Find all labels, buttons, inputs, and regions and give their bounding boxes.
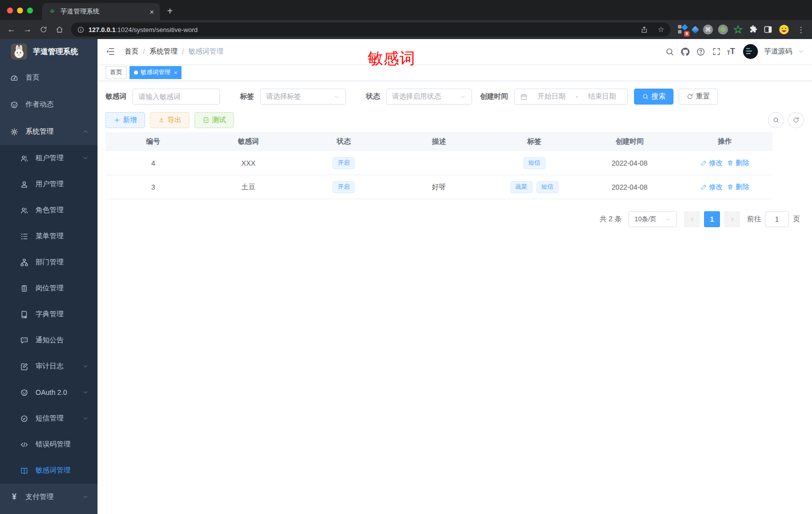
breadcrumb-home[interactable]: 首页 — [124, 47, 138, 56]
home-button[interactable] — [52, 22, 67, 37]
profile-avatar-emoji[interactable] — [778, 24, 790, 36]
share-icon — [640, 26, 648, 34]
back-button[interactable]: ← — [4, 22, 19, 37]
recorder-extension-icon[interactable] — [718, 25, 728, 35]
next-page-button[interactable] — [724, 211, 740, 227]
tag-select[interactable]: 请选择标签 — [260, 89, 346, 105]
tag-view-home[interactable]: 首页 — [106, 66, 126, 79]
sidebar-item-dept[interactable]: 部门管理 — [0, 249, 98, 275]
sidebar-item-user[interactable]: 用户管理 — [0, 171, 98, 197]
grid-extension-icon[interactable]: 9 — [678, 25, 688, 35]
sidebar-item-tenant[interactable]: 租户管理 — [0, 145, 98, 171]
tag-badge: 短信 — [524, 157, 546, 169]
app-title: 芋道管理系统 — [33, 47, 78, 57]
sidebar-item-author-news[interactable]: 作者动态 — [0, 91, 98, 118]
sidebar-item-home[interactable]: 首页 — [0, 64, 98, 91]
url-bar[interactable]: 127.0.0.1:1024/system/sensitive-word ☆ — [71, 23, 670, 37]
username-label[interactable]: 芋道源码 — [764, 47, 792, 56]
pencil-icon — [700, 184, 707, 190]
tag-close-icon[interactable]: × — [174, 70, 177, 76]
toggle-search-button[interactable] — [768, 112, 784, 128]
sensitive-word-table: 编号 敏感词 状态 描述 标签 创建时间 操作 4 XXX 开启 短信 — [106, 132, 772, 199]
delete-link[interactable]: 删除 — [727, 159, 750, 168]
sidebar-item-label: 部门管理 — [36, 258, 88, 267]
date-range-picker[interactable]: 开始日期 - 结束日期 — [514, 89, 628, 105]
end-date-placeholder[interactable]: 结束日期 — [582, 92, 622, 101]
extensions-puzzle-icon[interactable] — [748, 25, 758, 35]
test-button[interactable]: 测试 — [194, 112, 234, 128]
sidebar-item-dict[interactable]: 字典管理 — [0, 301, 98, 327]
browser-tab[interactable]: 芋道管理系统 × — [42, 3, 160, 20]
export-button[interactable]: 导出 — [150, 112, 190, 128]
sidebar-item-system[interactable]: 系统管理 — [0, 118, 98, 145]
sidebar-item-menu[interactable]: 菜单管理 — [0, 223, 98, 249]
sidebar-item-sms[interactable]: 短信管理 — [0, 405, 98, 431]
edit-link[interactable]: 修改 — [700, 159, 723, 168]
sidebar-item-audit-log[interactable]: 审计日志 — [0, 353, 98, 379]
sidebar-item-post[interactable]: 岗位管理 — [0, 275, 98, 301]
breadcrumb: 首页 / 系统管理 / 敏感词管理 — [124, 47, 224, 56]
sidebar-item-oauth[interactable]: OAuth 2.0 — [0, 379, 98, 405]
sidebar-item-error-code[interactable]: 错误码管理 — [0, 431, 98, 457]
tab-close-icon[interactable]: × — [150, 8, 154, 16]
reset-button[interactable]: 重置 — [678, 89, 718, 105]
page-size-value: 10条/页 — [634, 215, 656, 224]
help-button[interactable] — [696, 47, 706, 57]
sidebar-item-pay[interactable]: ¥ 支付管理 — [0, 483, 98, 510]
window-minimize-button[interactable] — [17, 8, 23, 14]
refresh-icon — [686, 93, 694, 100]
chevron-down-icon — [82, 494, 88, 500]
site-info-icon[interactable] — [77, 26, 84, 34]
share-button[interactable] — [638, 23, 650, 36]
fullscreen-button[interactable] — [712, 47, 721, 57]
red-overlay-text: 敏感词 — [368, 48, 416, 69]
list-tree-icon — [20, 232, 28, 241]
tags-view-bar: 首页 敏感词管理 × — [98, 64, 812, 81]
status-select[interactable]: 请选择启用状态 — [386, 89, 472, 105]
breadcrumb-system[interactable]: 系统管理 — [150, 47, 178, 56]
add-button[interactable]: 新增 — [106, 112, 145, 128]
github-button[interactable] — [680, 47, 690, 57]
collapse-sidebar-icon[interactable] — [106, 47, 116, 57]
green-star-extension-icon[interactable] — [733, 25, 743, 35]
sidebar-item-notice[interactable]: 通知公告 — [0, 327, 98, 353]
user-icon — [20, 180, 28, 189]
tag-badge: 短信 — [536, 181, 558, 193]
goto-page-input[interactable] — [765, 211, 789, 227]
search-button[interactable]: 搜索 — [634, 89, 674, 105]
chat-face-icon — [10, 101, 18, 109]
refresh-table-button[interactable] — [788, 112, 804, 128]
keyword-input[interactable] — [138, 93, 214, 101]
font-size-button[interactable]: TT — [727, 48, 735, 56]
bookmark-star-icon[interactable]: ☆ — [654, 23, 668, 36]
tag-view-sensitive-word[interactable]: 敏感词管理 × — [130, 66, 182, 79]
header-search-button[interactable] — [665, 47, 674, 57]
pagination-total: 共 2 条 — [600, 215, 622, 224]
tab-title: 芋道管理系统 — [60, 7, 146, 16]
start-date-placeholder[interactable]: 开始日期 — [532, 92, 572, 101]
dictionary-book-icon — [20, 310, 28, 319]
command-extension-icon[interactable]: ⌘ — [703, 25, 713, 35]
sidebar-item-role[interactable]: 角色管理 — [0, 197, 98, 223]
window-close-button[interactable] — [7, 8, 13, 14]
chrome-menu-icon[interactable]: ⋮ — [794, 25, 808, 35]
robot-face-icon — [20, 388, 28, 397]
side-panel-icon[interactable] — [763, 25, 773, 35]
page-number-button[interactable]: 1 — [704, 211, 720, 227]
app-logo-row[interactable]: 芋道管理系统 — [0, 39, 98, 64]
edit-link[interactable]: 修改 — [700, 183, 723, 192]
forward-button[interactable]: → — [20, 22, 35, 37]
window-fullscreen-button[interactable] — [27, 8, 33, 14]
search-icon — [665, 47, 674, 57]
sidebar-item-sensitive-word[interactable]: 敏感词管理 — [0, 457, 98, 483]
breadcrumb-separator: / — [182, 48, 184, 56]
keyword-input-wrap — [132, 89, 220, 105]
prev-page-button[interactable] — [684, 211, 700, 227]
reload-button[interactable] — [36, 22, 51, 37]
new-tab-button[interactable]: + — [160, 6, 180, 20]
gem-extension-icon[interactable] — [692, 26, 700, 34]
user-avatar[interactable] — [743, 44, 758, 59]
page-size-select[interactable]: 10条/页 — [628, 211, 677, 227]
caret-down-icon[interactable] — [798, 49, 804, 55]
delete-link[interactable]: 删除 — [727, 183, 750, 192]
